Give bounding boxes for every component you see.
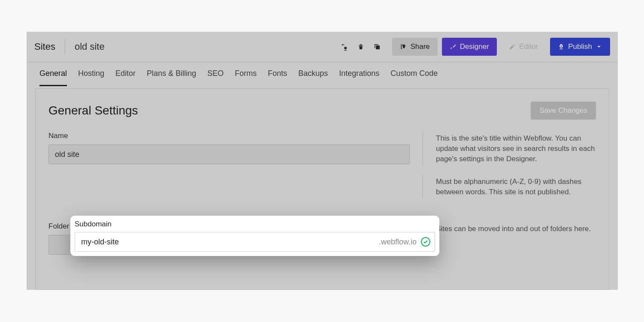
- name-row: Name This is the site's title within Web…: [48, 132, 596, 166]
- designer-button[interactable]: Designer: [442, 38, 497, 56]
- share-button[interactable]: Share: [392, 38, 437, 56]
- subdomain-suffix: .webflow.io: [379, 238, 417, 247]
- header-icons: [341, 43, 381, 51]
- sites-breadcrumb[interactable]: Sites: [34, 39, 65, 54]
- trash-icon[interactable]: [357, 43, 365, 51]
- site-name: old site: [65, 41, 105, 52]
- tab-fonts[interactable]: Fonts: [268, 62, 287, 86]
- name-help: This is the site's title within Webflow.…: [423, 132, 596, 166]
- tab-hosting[interactable]: Hosting: [78, 62, 104, 86]
- rocket-icon: [558, 43, 565, 50]
- share-button-label: Share: [410, 42, 429, 51]
- tab-forms[interactable]: Forms: [235, 62, 257, 86]
- publish-button-label: Publish: [568, 42, 592, 51]
- name-input[interactable]: [48, 144, 410, 164]
- name-label: Name: [48, 132, 410, 140]
- chevron-down-icon: [596, 43, 602, 50]
- tab-editor[interactable]: Editor: [115, 62, 136, 86]
- transfer-icon[interactable]: [341, 43, 348, 51]
- subdomain-input[interactable]: [81, 238, 379, 247]
- panel-header: General Settings Save Changes: [48, 102, 596, 120]
- subdomain-row: Must be alphanumeric (A-Z, 0-9) with das…: [48, 175, 596, 222]
- tab-plans-billing[interactable]: Plans & Billing: [147, 62, 196, 86]
- tab-custom-code[interactable]: Custom Code: [390, 62, 438, 86]
- publish-button[interactable]: Publish: [550, 38, 610, 56]
- tabs: General Hosting Editor Plans & Billing S…: [27, 62, 618, 86]
- editor-button: Editor: [501, 38, 546, 56]
- header: Sites old site Share Designer Editor: [27, 32, 618, 62]
- tab-backups[interactable]: Backups: [298, 62, 328, 86]
- duplicate-icon[interactable]: [373, 43, 381, 51]
- designer-button-label: Designer: [460, 42, 489, 51]
- share-icon: [400, 43, 407, 50]
- pencil-icon: [509, 43, 516, 50]
- tab-seo[interactable]: SEO: [207, 62, 224, 86]
- subdomain-input-wrap: .webflow.io: [75, 232, 435, 252]
- subdomain-help: Must be alphanumeric (A-Z, 0-9) with das…: [423, 175, 596, 199]
- editor-button-label: Editor: [519, 42, 538, 51]
- check-circle-icon: [421, 237, 430, 247]
- subdomain-highlight-card: Subdomain .webflow.io: [70, 216, 439, 256]
- subdomain-label: Subdomain: [75, 220, 435, 229]
- save-changes-button: Save Changes: [531, 102, 596, 120]
- page-title: General Settings: [48, 104, 138, 117]
- brush-icon: [450, 43, 457, 50]
- tab-integrations[interactable]: Integrations: [339, 62, 379, 86]
- folder-help: Sites can be moved into and out of folde…: [423, 222, 596, 236]
- settings-panel: General Settings Save Changes Name This …: [35, 88, 609, 290]
- tab-general[interactable]: General: [39, 62, 67, 86]
